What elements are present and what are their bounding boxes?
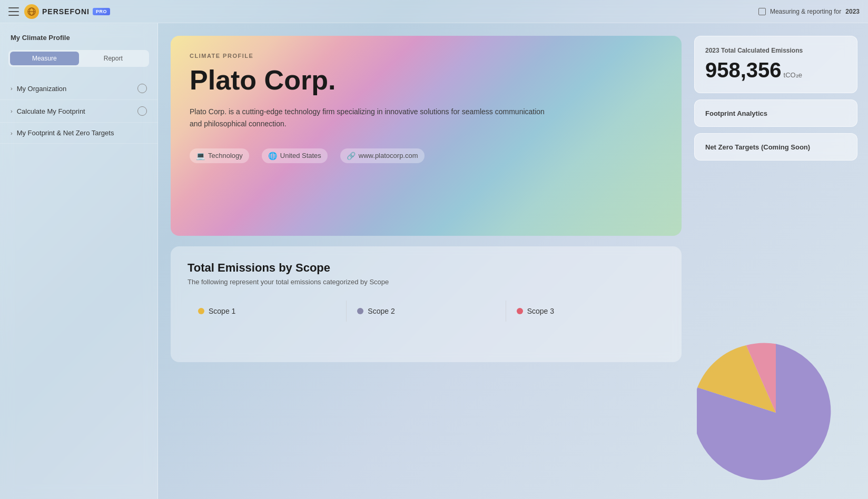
- content-wrapper: CLIMATE PROFILE Plato Corp. Plato Corp. …: [158, 23, 868, 499]
- reporting-year: 2023: [845, 8, 860, 15]
- scope-3-label: Scope 3: [527, 307, 554, 315]
- tag-label: United States: [280, 152, 321, 159]
- emissions-unit: tCO₂e: [784, 71, 802, 79]
- tag-website[interactable]: 🔗 www.platocorp.com: [340, 148, 425, 163]
- logo-icon: [24, 4, 39, 19]
- main-layout: My Climate Profile Measure Report › My O…: [0, 23, 868, 499]
- tag-label: www.platocorp.com: [359, 152, 418, 159]
- nav-right: Measuring & reporting for 2023: [758, 8, 860, 15]
- sidebar-item-label: My Footprint & Net Zero Targets: [17, 129, 114, 137]
- emissions-section-desc: The following represent your total emiss…: [188, 278, 665, 286]
- pro-badge: PRO: [93, 8, 110, 15]
- tag-label: Technology: [208, 152, 243, 159]
- emissions-panel: 2023 Total Calculated Emissions 958,356 …: [694, 36, 857, 93]
- right-sidebar: 2023 Total Calculated Emissions 958,356 …: [694, 23, 868, 499]
- emissions-value: 958,356 tCO₂e: [705, 58, 846, 82]
- main-content: CLIMATE PROFILE Plato Corp. Plato Corp. …: [158, 23, 694, 499]
- scope-1-dot: [198, 308, 204, 314]
- sidebar-title: My Climate Profile: [0, 34, 157, 50]
- emissions-panel-title: 2023 Total Calculated Emissions: [705, 47, 846, 54]
- scope-2-label: Scope 2: [368, 307, 394, 315]
- tag-location: 🌐 United States: [262, 148, 328, 163]
- scope-3-item: Scope 3: [506, 301, 665, 322]
- company-description: Plato Corp. is a cutting-edge technology…: [190, 106, 548, 129]
- pie-chart-container: [694, 167, 857, 486]
- sidebar-item-netzero[interactable]: › My Footprint & Net Zero Targets: [0, 123, 157, 144]
- chevron-right-icon: ›: [11, 108, 13, 114]
- status-circle-icon: [137, 84, 147, 93]
- scope-1-item: Scope 1: [188, 301, 347, 322]
- climate-profile-card: CLIMATE PROFILE Plato Corp. Plato Corp. …: [171, 36, 682, 236]
- sidebar-item-organization[interactable]: › My Organization: [0, 77, 157, 100]
- sidebar-item-footprint[interactable]: › Calculate My Footprint: [0, 100, 157, 123]
- footprint-analytics-label: Footprint Analytics: [705, 109, 767, 117]
- logo: PERSEFONI PRO: [24, 4, 110, 19]
- reporting-label: Measuring & reporting for: [770, 8, 841, 15]
- climate-profile-label: CLIMATE PROFILE: [190, 53, 663, 59]
- net-zero-panel[interactable]: Net Zero Targets (Coming Soon): [694, 133, 857, 161]
- tab-measure[interactable]: Measure: [10, 52, 79, 65]
- chevron-right-icon: ›: [11, 85, 13, 92]
- chevron-right-icon: ›: [11, 130, 13, 136]
- scope-2-item: Scope 2: [347, 301, 506, 322]
- emissions-section-title: Total Emissions by Scope: [188, 261, 665, 275]
- profile-tags: 💻 Technology 🌐 United States 🔗 www.plato…: [190, 148, 663, 163]
- scope-3-dot: [517, 308, 523, 314]
- tab-switcher: Measure Report: [8, 50, 149, 67]
- status-circle-icon: [137, 106, 147, 116]
- emissions-number: 958,356: [705, 58, 782, 82]
- scope-legends: Scope 1 Scope 2 Scope 3: [188, 301, 665, 322]
- logo-text: PERSEFONI: [42, 7, 90, 16]
- menu-icon[interactable]: [8, 7, 19, 16]
- company-name: Plato Corp.: [190, 65, 663, 95]
- sidebar-item-label: Calculate My Footprint: [17, 107, 85, 115]
- nav-left: PERSEFONI PRO: [8, 4, 110, 19]
- footprint-analytics-panel[interactable]: Footprint Analytics: [694, 99, 857, 127]
- profile-card-content: CLIMATE PROFILE Plato Corp. Plato Corp. …: [171, 36, 682, 180]
- sidebar-item-label: My Organization: [17, 85, 67, 93]
- tag-technology: 💻 Technology: [190, 148, 249, 163]
- calendar-icon: [758, 8, 766, 15]
- scope-1-label: Scope 1: [209, 307, 235, 315]
- scope-2-dot: [357, 308, 363, 314]
- top-navigation: PERSEFONI PRO Measuring & reporting for …: [0, 0, 868, 23]
- sidebar: My Climate Profile Measure Report › My O…: [0, 23, 158, 499]
- tab-report[interactable]: Report: [79, 52, 148, 65]
- emissions-section: Total Emissions by Scope The following r…: [171, 246, 682, 362]
- net-zero-label: Net Zero Targets (Coming Soon): [705, 143, 810, 151]
- emissions-pie-chart: [697, 339, 855, 486]
